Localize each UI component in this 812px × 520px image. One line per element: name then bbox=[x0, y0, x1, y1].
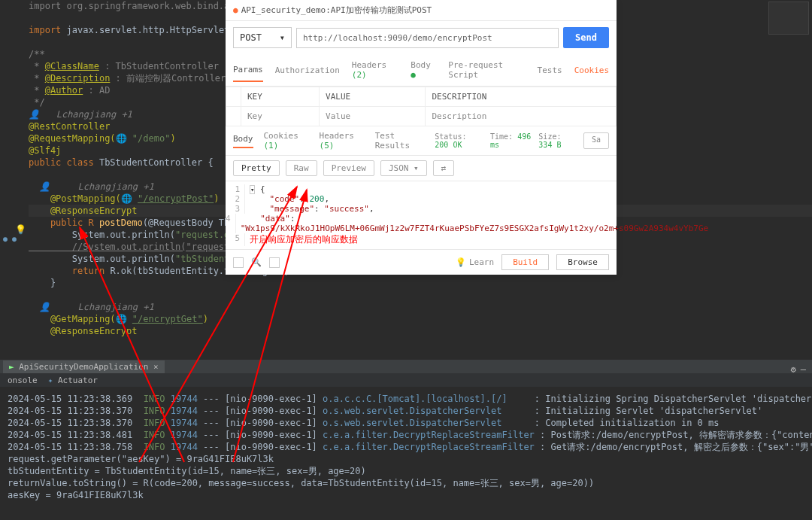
label: Cookies bbox=[264, 131, 298, 141]
status-label: Status: bbox=[435, 132, 466, 141]
code: System.out.println( bbox=[29, 230, 175, 240]
tab-body[interactable]: Body ● bbox=[411, 54, 436, 86]
cookies-link[interactable]: Cookies bbox=[574, 65, 609, 75]
th-value: VALUE bbox=[320, 87, 426, 107]
console-output[interactable]: 2024-05-15 11:23:38.369 INFO 19744 --- [… bbox=[0, 387, 812, 520]
label: Body bbox=[411, 60, 431, 70]
author-hint: 👤 Lchangjiang +1 bbox=[29, 301, 812, 313]
method-label: POST bbox=[240, 32, 262, 43]
response-body[interactable]: 1▾ { 2 "code": 200, 3 "message": "succes… bbox=[226, 181, 617, 249]
kw: public class bbox=[29, 157, 99, 168]
count: (2) bbox=[352, 70, 367, 80]
code: System.out.println( bbox=[29, 254, 175, 264]
string: "/demo" bbox=[132, 133, 171, 144]
view-raw[interactable]: Raw bbox=[286, 160, 317, 176]
request-tab[interactable]: ●API_security_demo:API加密传输功能测试POST bbox=[226, 0, 617, 21]
method-select[interactable]: POST▾ bbox=[233, 27, 292, 48]
intention-bulb-icon[interactable]: 💡 bbox=[15, 224, 26, 235]
label: ApiSecurityDemoApplication bbox=[19, 362, 148, 372]
subtab-console[interactable]: onsole bbox=[8, 376, 38, 385]
gutter-icon: ● ● bbox=[3, 235, 17, 243]
learn-link[interactable]: 💡 Learn bbox=[456, 257, 494, 267]
size-label: Size: bbox=[538, 132, 561, 141]
send-button[interactable]: Send bbox=[563, 27, 609, 48]
method: postDemo bbox=[99, 217, 143, 228]
annotation-text: 开启响应加密后的响应数据 bbox=[245, 233, 358, 246]
annotation: @RequestMapping( bbox=[29, 133, 116, 144]
run-tab-app[interactable]: ► ApiSecurityDemoApplication × bbox=[3, 360, 165, 373]
value-input[interactable]: Value bbox=[320, 107, 426, 126]
minimap[interactable] bbox=[768, 2, 809, 35]
label: Learn bbox=[469, 257, 494, 267]
resp-tab-headers[interactable]: Headers (5) bbox=[320, 131, 365, 151]
tab-title: API_security_demo:API加密传输功能测试POST bbox=[241, 5, 432, 16]
wrap-icon[interactable]: ⇄ bbox=[433, 160, 455, 176]
params-table: KEYVALUEDESCRIPTION KeyValueDescription bbox=[226, 87, 617, 126]
build-button[interactable]: Build bbox=[501, 254, 549, 270]
browse-button[interactable]: Browse bbox=[556, 254, 609, 270]
count: (5) bbox=[320, 141, 335, 151]
author-text: Lchangjiang +1 bbox=[45, 109, 132, 120]
data-string: "Wx1ps9/kXkRkoJ1HOpW6LM+06GmWj1z2w7FZT4r… bbox=[241, 224, 709, 233]
annotation: ) bbox=[170, 133, 175, 144]
annotation: @RestController bbox=[29, 121, 110, 132]
author-text: Lchangjiang +1 bbox=[56, 302, 154, 312]
tab-auth[interactable]: Authorization bbox=[275, 59, 340, 81]
desc-input[interactable]: Description bbox=[426, 107, 617, 126]
tab-params[interactable]: Params bbox=[233, 59, 263, 82]
class-name: TbStudentController { bbox=[99, 157, 214, 168]
label: Actuator bbox=[58, 376, 98, 385]
search-icon[interactable]: 🔍 bbox=[251, 257, 262, 267]
label: Headers bbox=[352, 60, 386, 70]
annotation: @GetMapping( bbox=[29, 314, 116, 324]
annotation: ) bbox=[203, 314, 208, 324]
label: Headers bbox=[320, 131, 354, 141]
tab-tests[interactable]: Tests bbox=[538, 59, 562, 81]
status-value: 200 OK bbox=[435, 141, 462, 149]
annotation: @ResponseEncrypt bbox=[29, 326, 138, 336]
run-tabs: ► ApiSecurityDemoApplication × bbox=[0, 360, 812, 373]
author-text: Lchangjiang +1 bbox=[56, 181, 154, 192]
string: "/encryptPost" bbox=[138, 193, 214, 204]
count: (1) bbox=[264, 141, 279, 151]
run-subtabs: onsole ✦ Actuator bbox=[0, 373, 812, 387]
th-key: KEY bbox=[241, 87, 320, 107]
view-preview[interactable]: Preview bbox=[323, 160, 374, 176]
tab-headers[interactable]: Headers (2) bbox=[352, 54, 398, 86]
label: JSON bbox=[389, 163, 409, 173]
key-input[interactable]: Key bbox=[241, 107, 320, 126]
annotation: ) bbox=[214, 193, 219, 204]
annotation: @ResponseEncrypt bbox=[29, 205, 138, 216]
annotation: @Slf4j bbox=[29, 145, 61, 156]
kw: public R bbox=[29, 217, 99, 228]
subtab-actuator[interactable]: ✦ Actuator bbox=[48, 376, 98, 385]
url-input[interactable]: http://localhost:9090/demo/encryptPost bbox=[296, 28, 559, 48]
layout-icon[interactable] bbox=[269, 257, 280, 268]
save-button[interactable]: Sa bbox=[583, 132, 609, 149]
view-pretty[interactable]: Pretty bbox=[233, 160, 280, 176]
th-desc: DESCRIPTION bbox=[426, 87, 617, 107]
resp-tab-body[interactable]: Body bbox=[233, 134, 253, 148]
postman-panel: ●API_security_demo:API加密传输功能测试POST POST▾… bbox=[226, 0, 617, 275]
chevron-down-icon: ▾ bbox=[280, 32, 285, 43]
resp-tab-tests[interactable]: Test Results bbox=[375, 131, 425, 151]
annotation: @PostMapping( bbox=[29, 193, 121, 204]
tab-prereq[interactable]: Pre-request Script bbox=[448, 54, 525, 86]
time-label: Time: bbox=[490, 132, 513, 141]
resp-tab-cookies[interactable]: Cookies (1) bbox=[264, 131, 309, 151]
console-icon[interactable] bbox=[233, 257, 244, 268]
code: } bbox=[29, 277, 812, 289]
format-select[interactable]: JSON ▾ bbox=[380, 160, 427, 176]
string: "/encryptGet" bbox=[132, 314, 203, 324]
size-value: 334 B bbox=[538, 141, 561, 149]
